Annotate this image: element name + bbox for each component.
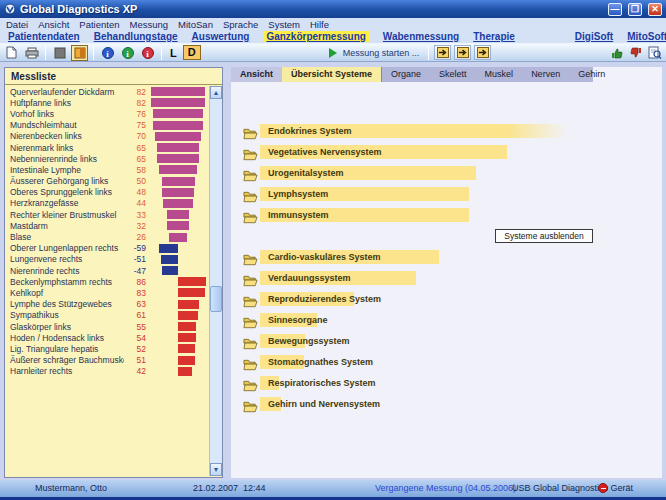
enter-module-1-button[interactable]: [434, 45, 451, 60]
gray-view-button[interactable]: [51, 45, 68, 61]
tab-organe[interactable]: Organe: [382, 67, 430, 82]
start-measurement-button[interactable]: Messung starten ...: [343, 48, 420, 58]
tab-skelett[interactable]: Skelett: [430, 67, 476, 82]
system-row-stomatognathes-system[interactable]: Stomatognathes System: [231, 355, 662, 371]
messliste-row[interactable]: Oberes Sprunggelenk links48: [5, 187, 209, 198]
menu-item-ansicht[interactable]: Ansicht: [38, 19, 69, 30]
nav-item-wabenmessung[interactable]: Wabenmessung: [383, 31, 459, 42]
messliste-row[interactable]: Harnleiter rechts42: [5, 366, 209, 377]
system-row-urogenitalsystem[interactable]: Urogenitalsystem: [231, 166, 662, 182]
messliste-row[interactable]: Vorhof links76: [5, 108, 209, 119]
hide-systems-button[interactable]: Systeme ausblenden: [495, 229, 593, 243]
system-row-immunsystem[interactable]: Immunsystem: [231, 208, 662, 224]
messliste-row[interactable]: Herzkranzgefässe44: [5, 198, 209, 209]
tab-ansicht[interactable]: Ansicht: [231, 67, 282, 82]
messliste-row[interactable]: Blase26: [5, 231, 209, 242]
nav-item-therapie[interactable]: Therapie: [473, 31, 515, 42]
messliste-row[interactable]: Nebennierenrinde links65: [5, 153, 209, 164]
messliste-item-label: Lungenvene rechts: [10, 254, 124, 264]
system-row-lymphsystem[interactable]: Lymphsystem: [231, 187, 662, 203]
messliste-row[interactable]: Lig. Triangulare hepatis52: [5, 343, 209, 354]
tab-gehirn[interactable]: Gehirn: [569, 67, 614, 82]
enter-module-2-button[interactable]: [454, 45, 471, 60]
l-mode-button[interactable]: L: [167, 47, 180, 59]
scroll-down-icon[interactable]: ▼: [210, 463, 222, 476]
close-button[interactable]: ✕: [648, 3, 662, 16]
enter-module-3-button[interactable]: [474, 45, 491, 60]
system-row-verdauungssystem[interactable]: Verdauungssystem: [231, 271, 662, 287]
nav-item-behandlungstage[interactable]: Behandlungstage: [94, 31, 178, 42]
system-row-sinnesorgane[interactable]: Sinnesorgane: [231, 313, 662, 329]
menu-item-hilfe[interactable]: Hilfe: [310, 19, 329, 30]
messliste-row[interactable]: Äusserer Gehörgang links50: [5, 176, 209, 187]
messliste-item-value: 63: [124, 299, 146, 309]
thumbs-up-button[interactable]: [608, 45, 625, 61]
messliste-row[interactable]: Querverlaufender Dickdarm82: [5, 86, 209, 97]
messliste-row[interactable]: Hüftpfanne links82: [5, 97, 209, 108]
info-red-button[interactable]: i: [139, 45, 156, 61]
nav-item-digisoft[interactable]: DigiSoft: [575, 31, 613, 42]
messliste-row[interactable]: Beckenlymphstamm rechts86: [5, 276, 209, 287]
messliste-row[interactable]: Lymphe des Stützgewebes63: [5, 299, 209, 310]
system-row-respiratorisches-system[interactable]: Respiratorisches System: [231, 376, 662, 392]
messliste-row[interactable]: Oberer Lungenlappen rechts-59: [5, 243, 209, 254]
system-row-reproduzierendes-system[interactable]: Reproduzierendes System: [231, 292, 662, 308]
messliste-row[interactable]: Kehlkopf83: [5, 287, 209, 298]
messliste-row[interactable]: Intestinale Lymphe58: [5, 164, 209, 175]
bar-segment: [162, 188, 194, 197]
messliste-row[interactable]: Sympathikus61: [5, 310, 209, 321]
tab-muskel[interactable]: Muskel: [476, 67, 523, 82]
menu-item-sprache[interactable]: Sprache: [223, 19, 258, 30]
messliste-item-label: Blase: [10, 232, 124, 242]
nav-item-ganzkörpermessung[interactable]: Ganzkörpermessung: [263, 31, 368, 42]
nav-item-mitosoft[interactable]: MitoSoft: [627, 31, 666, 42]
messliste-row[interactable]: Hoden / Hodensack links54: [5, 332, 209, 343]
system-row-cardio-vaskuläres-system[interactable]: Cardio-vaskuläres System: [231, 250, 662, 266]
messliste-item-value: 55: [124, 322, 146, 332]
tab-nerven[interactable]: Nerven: [522, 67, 569, 82]
print-preview-button[interactable]: [646, 45, 663, 61]
scroll-up-icon[interactable]: ▲: [210, 86, 222, 99]
messliste-row[interactable]: Nierenmark links65: [5, 142, 209, 153]
menu-item-datei[interactable]: Datei: [6, 19, 28, 30]
system-row-vegetatives-nervensystem[interactable]: Vegetatives Nervensystem: [231, 145, 662, 161]
menu-bar: DateiAnsichtPatientenMessungMitoSanSprac…: [0, 18, 666, 30]
info-blue-button[interactable]: i: [99, 45, 116, 61]
messliste-row[interactable]: Nierenbecken links70: [5, 131, 209, 142]
messliste-row[interactable]: Glaskörper links55: [5, 321, 209, 332]
orange-view-button[interactable]: [71, 45, 88, 61]
toolbar-separator: [93, 46, 94, 60]
messliste-item-bar: [149, 322, 207, 331]
system-row-gehirn-und-nervensystem[interactable]: Gehirn und Nervensystem: [231, 397, 662, 413]
system-row-bewegungssystem[interactable]: Bewegungssystem: [231, 334, 662, 350]
messliste-row[interactable]: Mastdarm32: [5, 220, 209, 231]
bar-segment: [151, 98, 205, 107]
messliste-item-bar: [149, 311, 207, 320]
new-document-button[interactable]: [3, 45, 20, 61]
system-row-endokrines-system[interactable]: Endokrines System: [231, 124, 662, 140]
menu-item-system[interactable]: System: [268, 19, 300, 30]
messliste-item-value: 65: [124, 143, 146, 153]
messliste-row[interactable]: Lungenvene rechts-51: [5, 254, 209, 265]
minimize-button[interactable]: —: [608, 3, 622, 16]
print-button[interactable]: [23, 45, 40, 61]
tab-übersicht-systeme[interactable]: Übersicht Systeme: [282, 67, 382, 82]
menu-item-patienten[interactable]: Patienten: [79, 19, 119, 30]
info-green-button[interactable]: i: [119, 45, 136, 61]
maximize-button[interactable]: ❐: [628, 3, 642, 16]
menu-item-messung[interactable]: Messung: [130, 19, 169, 30]
messliste-row[interactable]: Nierenrinde rechts-47: [5, 265, 209, 276]
messliste-scrollbar[interactable]: ▲ ▼: [209, 86, 222, 476]
nav-item-auswertung[interactable]: Auswertung: [192, 31, 250, 42]
d-mode-button[interactable]: D: [183, 45, 201, 60]
messliste-row[interactable]: Mundschleimhaut75: [5, 120, 209, 131]
thumbs-down-button[interactable]: [627, 45, 644, 61]
system-label: Verdauungssystem: [268, 271, 351, 285]
menu-item-mitosan[interactable]: MitoSan: [178, 19, 213, 30]
info-green-icon: i: [122, 47, 134, 59]
messliste-row[interactable]: Rechter kleiner Brustmuskel33: [5, 209, 209, 220]
open-folder-icon: [243, 210, 258, 228]
messliste-row[interactable]: Äußerer schräger Bauchmuskel rech51: [5, 355, 209, 366]
nav-item-patientendaten[interactable]: Patientendaten: [8, 31, 80, 42]
scrollbar-thumb[interactable]: [210, 286, 222, 312]
